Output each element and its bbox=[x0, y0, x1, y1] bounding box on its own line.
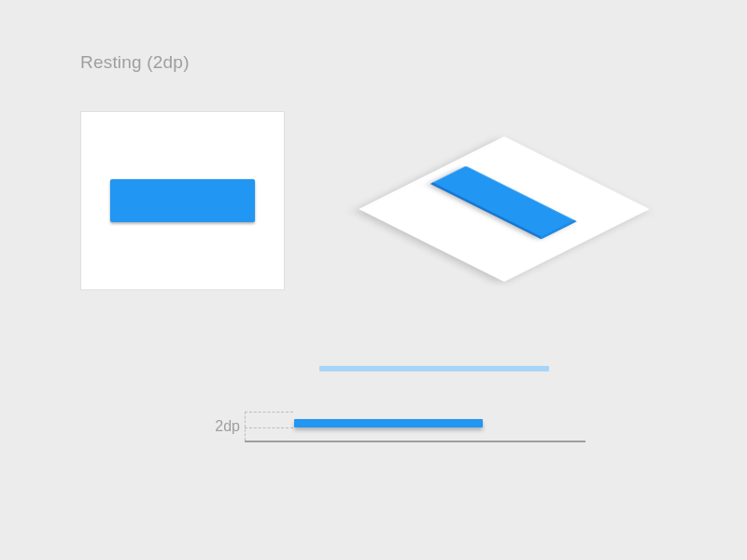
bracket-top bbox=[245, 412, 293, 413]
bracket-bottom bbox=[245, 427, 293, 428]
card-flat bbox=[80, 111, 285, 290]
ground-line bbox=[245, 441, 585, 442]
bracket-vertical bbox=[245, 412, 246, 441]
elevation-label: 2dp bbox=[215, 418, 240, 435]
button-strip bbox=[294, 419, 483, 427]
card-isometric bbox=[331, 105, 677, 319]
surface-strip bbox=[319, 366, 549, 371]
diagram-title: Resting (2dp) bbox=[80, 52, 190, 73]
raised-button bbox=[110, 179, 255, 222]
elevation-side-view: 2dp bbox=[193, 366, 585, 450]
